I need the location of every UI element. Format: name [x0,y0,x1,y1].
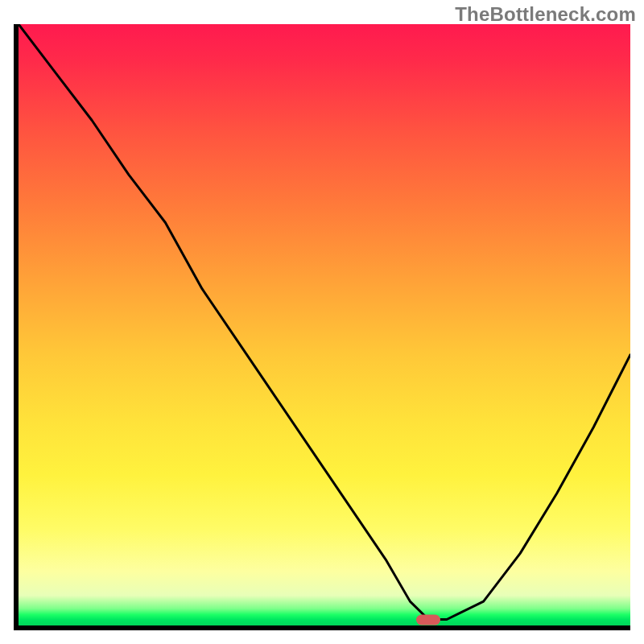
bottleneck-curve [19,24,630,625]
chart-frame: TheBottleneck.com [0,0,644,644]
optimum-marker [416,614,440,625]
curve-path [19,24,630,620]
plot-area [14,24,630,630]
watermark-text: TheBottleneck.com [455,3,636,26]
